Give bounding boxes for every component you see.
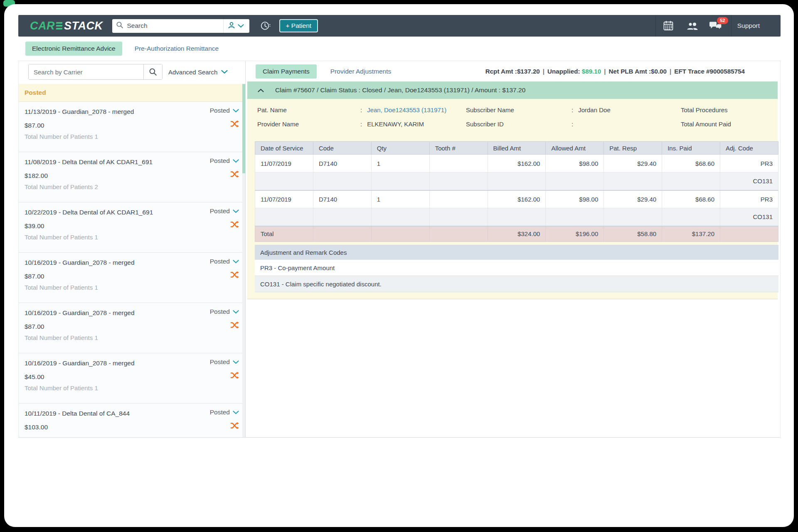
main-content: Advanced Search Posted Posted 11/13/2019… (18, 61, 781, 438)
unapplied-value: $89.10 (582, 68, 601, 75)
remittance-list-item[interactable]: Posted 10/16/2019 - Guardian_2078 - merg… (19, 303, 245, 353)
remark-codes-block: Adjustment and Remark Codes PR3 - Co-pay… (255, 245, 778, 292)
shuffle-icon[interactable] (230, 321, 239, 330)
calendar-icon[interactable] (663, 20, 674, 31)
shuffle-icon[interactable] (230, 221, 239, 230)
remittance-status-dropdown[interactable]: Posted (210, 258, 239, 265)
chevron-down-icon (233, 411, 239, 414)
table-cell (429, 190, 488, 208)
table-cell: $196.00 (546, 226, 604, 242)
remittance-item-amount: $182.00 (25, 172, 239, 180)
table-cell: $68.60 (662, 190, 720, 208)
shuffle-icon[interactable] (230, 120, 239, 129)
remittance-item-amount: $45.00 (25, 373, 239, 381)
remittance-status-label: Posted (210, 157, 230, 165)
topbar-divider (731, 15, 732, 37)
remittance-list-item[interactable]: Posted 11/08/2019 - Delta Dental of AK C… (19, 152, 245, 202)
global-search-box[interactable] (112, 19, 249, 33)
procedures-table: Date of ServiceCodeQtyTooth #Billed AmtA… (255, 141, 778, 242)
table-column-header: Tooth # (429, 142, 488, 155)
table-cell (546, 172, 604, 190)
table-cell (662, 208, 720, 226)
shuffle-icon[interactable] (230, 170, 239, 180)
remittance-item-title: 11/13/2019 - Guardian_2078 - merged (25, 108, 239, 116)
shuffle-icon[interactable] (230, 372, 239, 381)
claim-header[interactable]: Claim #75607 / Claim Status : Closed / J… (247, 81, 778, 99)
remittance-item-patient-count: Total Number of Patients 2 (25, 183, 239, 190)
remittance-status-dropdown[interactable]: Posted (210, 409, 239, 416)
remittance-status-label: Posted (210, 409, 230, 416)
table-cell: $162.00 (488, 155, 546, 172)
table-column-header: Billed Amt (488, 142, 546, 155)
remittance-item-patient-count: Total Number of Patients 1 (25, 334, 239, 341)
recent-history-icon[interactable] (260, 20, 271, 31)
procedure-row[interactable]: 11/07/2019 D7140 1 $162.00 $98.00 $29.40… (255, 155, 778, 172)
remittance-item-patient-count: Total Number of Patients 1 (25, 284, 239, 291)
tab-electronic-remittance-advice[interactable]: Electronic Remittance Advice (25, 42, 122, 56)
chevron-down-icon (233, 360, 239, 364)
patients-people-icon[interactable] (686, 22, 699, 30)
remittance-status-dropdown[interactable]: Posted (210, 107, 239, 114)
claim-detail-panel: Claim Payments Provider Adjustments Rcpt… (246, 61, 780, 437)
remittance-status-label: Posted (210, 107, 230, 114)
remittance-item-amount: $87.00 (25, 323, 239, 330)
table-cell: PR3 (720, 190, 778, 208)
support-link[interactable]: Support (737, 22, 760, 30)
advanced-search-dropdown[interactable]: Advanced Search (168, 69, 228, 76)
table-cell (371, 226, 429, 242)
add-patient-button[interactable]: + Patient (279, 19, 318, 32)
carrier-search-button[interactable] (143, 64, 162, 79)
table-cell: D7140 (313, 190, 371, 208)
carrier-search-input[interactable] (29, 64, 143, 79)
chevron-down-icon (238, 22, 244, 30)
unapplied-label: Unapplied: (547, 68, 580, 75)
remittance-list-item[interactable]: Posted 10/11/2019 - Delta Dental of CA_8… (19, 404, 245, 437)
chevron-down-icon (233, 109, 239, 113)
tab-claim-payments[interactable]: Claim Payments (256, 64, 317, 79)
topbar-divider (655, 15, 656, 37)
tab-pre-authorization-remittance[interactable]: Pre-Authorization Remittance (135, 45, 219, 52)
remittance-list-item[interactable]: Posted 11/13/2019 - Guardian_2078 - merg… (19, 102, 245, 152)
global-search-input[interactable] (127, 22, 222, 30)
chat-messages-icon[interactable]: 52 (709, 21, 722, 31)
remittance-status-dropdown[interactable]: Posted (210, 308, 239, 315)
table-cell: $324.00 (488, 226, 546, 242)
advanced-search-label: Advanced Search (168, 69, 217, 76)
table-column-header: Adj. Code (720, 142, 778, 155)
carestack-logo: CAR STACK (30, 20, 103, 32)
table-cell: PR3 (720, 155, 778, 172)
table-cell (604, 208, 662, 226)
table-cell (313, 172, 371, 190)
remittance-status-dropdown[interactable]: Posted (210, 358, 239, 366)
remittance-status-dropdown[interactable]: Posted (210, 207, 239, 215)
search-scope-dropdown[interactable] (224, 22, 246, 30)
collapse-chevron-up-icon[interactable] (258, 89, 264, 92)
remark-codes-list: PR3 - Co-payment AmountCO131 - Claim spe… (255, 260, 778, 292)
patient-info-grid: Pat. Name :Jean, Doe1243553 (131971) Sub… (247, 99, 778, 128)
remittance-list-item[interactable]: Posted 10/16/2019 - Guardian_2078 - merg… (19, 253, 245, 303)
remittance-status-label: Posted (210, 358, 230, 366)
logo-text-care: CAR (30, 20, 55, 32)
table-cell: 11/07/2019 (255, 190, 313, 208)
table-cell (313, 226, 371, 242)
table-column-header: Pat. Resp (604, 142, 662, 155)
left-panel-scrollbar[interactable] (242, 84, 245, 437)
chevron-down-icon (221, 70, 228, 74)
logo-text-stack: STACK (64, 20, 103, 32)
remittance-list-panel: Advanced Search Posted Posted 11/13/2019… (19, 61, 246, 437)
table-cell: D7140 (313, 155, 371, 172)
remittance-item-title: 10/16/2019 - Guardian_2078 - merged (25, 309, 239, 317)
remittance-status-dropdown[interactable]: Posted (210, 157, 239, 165)
procedure-row[interactable]: 11/07/2019 D7140 1 $162.00 $98.00 $29.40… (255, 190, 778, 208)
remittance-item-patient-count: Total Number of Patients 1 (25, 234, 239, 241)
scrollbar-thumb[interactable] (242, 84, 245, 173)
remark-codes-header: Adjustment and Remark Codes (255, 245, 778, 260)
tab-provider-adjustments[interactable]: Provider Adjustments (330, 68, 391, 75)
patient-info-label: Total Amount Paid (681, 121, 778, 128)
remittance-list-item[interactable]: Posted 10/22/2019 - Delta Dental of AK C… (19, 202, 245, 253)
table-column-header: Ins. Paid (662, 142, 720, 155)
shuffle-icon[interactable] (230, 422, 239, 431)
shuffle-icon[interactable] (230, 271, 239, 280)
remittance-list-item[interactable]: Posted 10/16/2019 - Guardian_2078 - merg… (19, 353, 245, 404)
search-icon (116, 21, 123, 30)
